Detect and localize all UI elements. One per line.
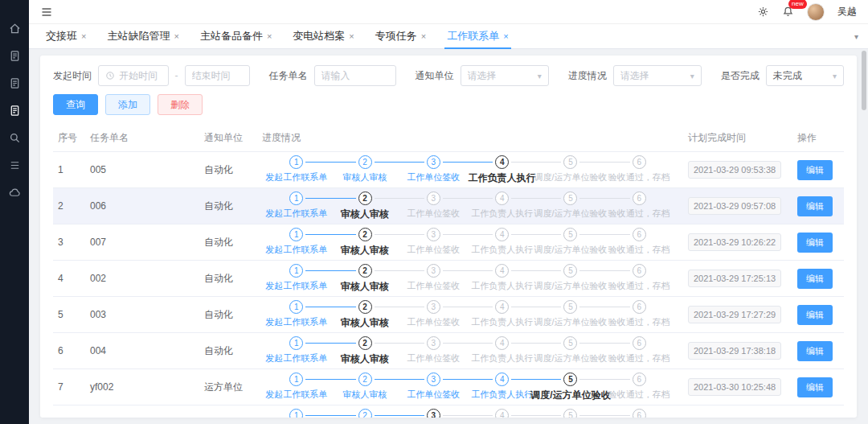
chevron-down-icon[interactable]: ▾ xyxy=(851,32,862,41)
gear-icon[interactable] xyxy=(757,6,769,18)
step-label: 调度/运方单位验收 xyxy=(534,171,607,183)
table-row[interactable]: 4002自动化1发起工作联系单2审核人审核3工作单位签收4工作负责人执行5调度/… xyxy=(53,261,844,297)
end-time-input[interactable] xyxy=(185,65,250,86)
document-icon-2[interactable] xyxy=(9,77,21,89)
complete-select[interactable]: 未完成 ▾ xyxy=(766,65,844,86)
step-line xyxy=(605,379,630,380)
table-row[interactable]: 2006自动化1发起工作联系单2审核人审核3工作单位签收4工作负责人执行5调度/… xyxy=(53,188,844,224)
col-header-op: 操作 xyxy=(792,131,844,145)
cell-notify-unit: 自动化 xyxy=(199,308,257,322)
step-circle: 4 xyxy=(495,155,509,169)
scrollbar-thumb[interactable] xyxy=(862,51,866,110)
progress-select[interactable]: 请选择 ▾ xyxy=(613,65,702,86)
cell-progress: 1发起工作联系单2审核人审核3工作单位签收4工作负责人执行5调度/运方单位验收6… xyxy=(257,228,683,257)
step-circle: 6 xyxy=(633,228,646,241)
step-3: 3工作单位签收 xyxy=(399,228,468,257)
step-1: 1发起工作联系单 xyxy=(262,300,330,330)
document-icon-active[interactable] xyxy=(9,105,21,117)
close-icon[interactable]: × xyxy=(503,31,508,41)
cell-plan-time: 2021-03-29 17:38:18 xyxy=(683,342,792,360)
user-name[interactable]: 吴越 xyxy=(837,5,857,19)
tab-work-contact-sheet[interactable]: 工作联系单 × xyxy=(436,24,518,48)
step-1: 1发起工作联系单 xyxy=(262,336,330,366)
app-window: new 吴越 交接班 × 主站缺陷管理 × 主站备品备件 × 变电站档案 × xyxy=(0,0,868,424)
step-line xyxy=(579,270,604,271)
page-scrollbar[interactable] xyxy=(862,51,866,422)
step-6: 6验收通过，存档 xyxy=(605,191,674,221)
document-icon-1[interactable] xyxy=(9,50,21,62)
hamburger-menu-icon[interactable] xyxy=(40,6,53,19)
step-label: 审核人审核 xyxy=(341,208,389,221)
step-2: 2审核人审核 xyxy=(330,409,399,418)
table-row[interactable]: 3007自动化1发起工作联系单2审核人审核3工作单位签收4工作负责人执行5调度/… xyxy=(53,224,844,261)
notify-unit-select[interactable]: 请选择 ▾ xyxy=(461,65,549,86)
tab-shift-handover[interactable]: 交接班 × xyxy=(35,24,96,48)
clock-icon xyxy=(105,71,115,80)
start-time-input[interactable] xyxy=(98,65,169,86)
delete-button[interactable]: 删除 xyxy=(158,94,203,115)
step-3: 3工作单位签收 xyxy=(399,409,468,418)
edit-button[interactable]: 编辑 xyxy=(797,196,833,216)
edit-button[interactable]: 编辑 xyxy=(797,160,833,180)
step-line xyxy=(330,270,355,271)
tab-special-task[interactable]: 专项任务 × xyxy=(365,24,436,48)
step-1: 1发起工作联系单 xyxy=(262,228,330,257)
step-label: 发起工作联系单 xyxy=(265,171,327,183)
edit-button[interactable]: 编辑 xyxy=(797,305,833,325)
cell-index: 6 xyxy=(53,345,85,356)
avatar[interactable] xyxy=(807,3,825,21)
table-row[interactable]: 5003自动化1发起工作联系单2审核人审核3工作单位签收4工作负责人执行5调度/… xyxy=(53,297,844,333)
table-row[interactable]: 1005自动化1发起工作联系单2审核人审核3工作单位签收4工作负责人执行5调度/… xyxy=(53,152,844,188)
edit-button[interactable]: 编辑 xyxy=(797,377,833,397)
task-name-field[interactable] xyxy=(321,70,389,81)
add-button[interactable]: 添加 xyxy=(105,94,150,115)
step-circle: 3 xyxy=(427,409,440,418)
cell-progress: 1发起工作联系单2审核人审核3工作单位签收4工作负责人执行5调度/运方单位验收6… xyxy=(257,191,683,221)
edit-button[interactable]: 编辑 xyxy=(797,269,833,289)
close-icon[interactable]: × xyxy=(267,31,272,41)
end-time-field[interactable] xyxy=(192,70,243,81)
step-4: 4工作负责人执行 xyxy=(468,155,536,185)
task-name-input[interactable] xyxy=(314,65,396,86)
start-time-label: 发起时间 xyxy=(53,69,92,83)
cloud-icon[interactable] xyxy=(9,187,21,199)
start-time-field[interactable] xyxy=(119,70,162,81)
step-label: 调度/运方单位验收 xyxy=(534,280,607,292)
search-button[interactable]: 查询 xyxy=(53,94,98,115)
step-circle: 6 xyxy=(633,409,646,418)
edit-button[interactable]: 编辑 xyxy=(797,233,833,253)
tab-substation-archive[interactable]: 变电站档案 × xyxy=(282,24,364,48)
step-circle: 4 xyxy=(495,373,509,386)
list-icon[interactable] xyxy=(9,159,21,171)
bell-icon[interactable]: new xyxy=(782,6,794,18)
table-row[interactable]: 6004自动化1发起工作联系单2审核人审核3工作单位签收4工作负责人执行5调度/… xyxy=(53,333,844,369)
edit-button[interactable]: 编辑 xyxy=(797,341,833,361)
cell-index: 5 xyxy=(53,309,85,320)
tab-defect-management[interactable]: 主站缺陷管理 × xyxy=(96,24,189,48)
step-label: 发起工作联系单 xyxy=(265,389,327,401)
cell-notify-unit: 自动化 xyxy=(199,163,257,177)
home-icon[interactable] xyxy=(9,23,21,35)
step-1: 1发起工作联系单 xyxy=(262,373,330,402)
cell-task-name: yf002 xyxy=(85,381,199,393)
step-2: 2审核人审核 xyxy=(330,373,399,402)
step-label: 调度/运方单位验收 xyxy=(534,244,607,256)
cell-progress: 1发起工作联系单2审核人审核3工作单位签收4工作负责人执行5调度/运方单位验收6… xyxy=(257,373,683,402)
step-line xyxy=(305,162,330,163)
close-icon[interactable]: × xyxy=(174,31,178,41)
step-3: 3工作单位签收 xyxy=(399,300,468,330)
action-bar: 查询 添加 删除 xyxy=(53,94,844,115)
cell-progress: 1发起工作联系单2审核人审核3工作单位签收4工作负责人执行5调度/运方单位验收6… xyxy=(257,300,683,330)
close-icon[interactable]: × xyxy=(349,31,354,41)
table-row[interactable]: 7yf002运方单位1发起工作联系单2审核人审核3工作单位签收4工作负责人执行5… xyxy=(53,369,844,405)
step-circle: 5 xyxy=(563,373,577,386)
table-row[interactable]: 1发起工作联系单2审核人审核3工作单位签收4工作负责人执行5调度/运方单位验收6… xyxy=(53,405,844,418)
close-icon[interactable]: × xyxy=(81,31,86,41)
task-name-label: 任务单名 xyxy=(269,69,308,83)
close-icon[interactable]: × xyxy=(421,31,426,41)
tab-spare-parts[interactable]: 主站备品备件 × xyxy=(190,24,282,48)
cell-operation: 编辑 xyxy=(792,377,844,397)
step-circle: 5 xyxy=(563,155,577,169)
search-icon[interactable] xyxy=(9,132,21,144)
step-line xyxy=(375,162,399,163)
